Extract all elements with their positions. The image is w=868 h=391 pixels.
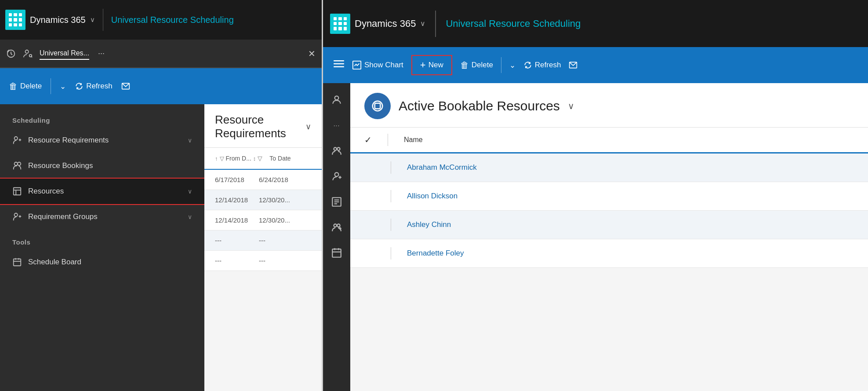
delete-icon: 🗑 (9, 81, 18, 91)
right-delete-icon: 🗑 (460, 60, 469, 70)
req-chevron: ∨ (188, 137, 192, 144)
nav-item-resource-requirements[interactable]: Resource Requirements ∨ (0, 128, 204, 153)
nav-label-bookings: Resource Bookings (28, 161, 93, 170)
col-header-to[interactable]: To Date (266, 153, 294, 164)
svg-point-3 (29, 54, 32, 56)
list-item[interactable]: Bernadette Foley (350, 239, 868, 268)
view-chevron[interactable]: ∨ (568, 101, 574, 111)
left-dropdown-icon: ⌄ (60, 82, 66, 91)
history-icon-btn[interactable] (6, 49, 16, 58)
right-refresh-icon (523, 61, 532, 69)
row-sep-0 (391, 161, 391, 174)
left-refresh-label: Refresh (86, 82, 113, 91)
view-icon-circle (364, 93, 391, 119)
right-refresh-label: Refresh (535, 61, 561, 69)
right-delete-btn[interactable]: 🗑 Delete (460, 60, 493, 70)
left-sidebar: Scheduling Resource Requirements ∨ Resou… (0, 104, 204, 391)
right-icon-sidebar: ··· (323, 83, 350, 391)
table-row[interactable]: 12/14/2018 12/30/20... (204, 190, 322, 210)
right-email-btn[interactable] (569, 61, 577, 69)
svg-point-27 (334, 147, 337, 150)
sidebar-icon-users[interactable] (326, 140, 347, 161)
nav-label-req-groups: Requirement Groups (28, 212, 98, 221)
right-d365-title[interactable]: Dynamics 365 (355, 18, 416, 29)
sidebar-icon-list[interactable] (326, 191, 347, 212)
bookings-icon (12, 161, 22, 171)
right-app-title: Universal Resource Scheduling (446, 18, 581, 29)
left-refresh-btn[interactable]: Refresh (75, 82, 113, 91)
cell-from-3: --- (211, 237, 255, 244)
left-data-area: Resource Requirements ∨ ↑ ▽ From D... ↕ … (204, 104, 322, 391)
resources-icon (12, 186, 22, 196)
list-item[interactable]: Abraham McCormick (350, 153, 868, 182)
left-secondbar: Universal Res... ··· ✕ (0, 40, 322, 68)
chart-icon (352, 60, 362, 70)
left-content: Scheduling Resource Requirements ∨ Resou… (0, 104, 322, 391)
hamburger-btn[interactable] (334, 58, 344, 72)
table-row[interactable]: 12/14/2018 12/30/20... (204, 210, 322, 230)
waffle-icon-right[interactable] (330, 14, 350, 34)
cell-to-3: --- (255, 237, 299, 244)
svg-point-37 (337, 224, 340, 227)
svg-point-36 (334, 224, 337, 227)
left-d365-title[interactable]: Dynamics 365 (30, 15, 86, 25)
new-btn[interactable]: + New (411, 55, 452, 75)
table-row[interactable]: --- --- (204, 230, 322, 251)
sidebar-icon-user[interactable] (326, 89, 347, 110)
nav-item-req-groups[interactable]: Requirement Groups ∨ (0, 204, 204, 230)
right-email-icon (569, 61, 577, 69)
right-main: ··· Active Bookab (323, 83, 868, 391)
resource-name-2[interactable]: Ashley Chinn (407, 220, 451, 229)
nav-tab-universal-res[interactable]: Universal Res... (40, 48, 89, 60)
nav-item-schedule-board[interactable]: Schedule Board (0, 249, 204, 275)
cell-from-2: 12/14/2018 (211, 216, 255, 224)
list-item[interactable]: Ashley Chinn (350, 211, 868, 239)
list-item[interactable]: Allison Dickson (350, 182, 868, 211)
user-search-icon (23, 49, 33, 58)
svg-rect-17 (14, 259, 21, 266)
show-chart-btn[interactable]: Show Chart (352, 60, 403, 70)
row-sep-1 (391, 190, 391, 202)
table-row[interactable]: 6/17/2018 6/24/2018 (204, 170, 322, 190)
right-panel: Dynamics 365 ∨ Universal Resource Schedu… (323, 0, 868, 391)
right-topbar: Dynamics 365 ∨ Universal Resource Schedu… (323, 0, 868, 47)
resource-name-0[interactable]: Abraham McCormick (407, 163, 477, 172)
table-row[interactable]: --- --- (204, 251, 322, 271)
view-title-text: Active Bookable Resources (399, 99, 560, 113)
left-dropdown-btn[interactable]: ⌄ (60, 82, 66, 91)
left-topbar: Dynamics 365 ∨ Universal Resource Schedu… (0, 0, 322, 40)
tab-more-menu[interactable]: ··· (98, 49, 105, 58)
user-search-icon-btn[interactable] (23, 49, 33, 58)
resource-name-1[interactable]: Allison Dickson (407, 192, 458, 201)
left-delete-btn[interactable]: 🗑 Delete (9, 81, 42, 91)
waffle-icon-left[interactable] (5, 10, 25, 30)
sidebar-icon-calendar[interactable] (326, 242, 347, 263)
check-icon[interactable]: ✓ (364, 135, 372, 145)
sidebar-icon-dots[interactable]: ··· (326, 115, 347, 136)
left-table-body: 6/17/2018 6/24/2018 12/14/2018 12/30/20.… (204, 170, 322, 391)
email-icon (121, 82, 130, 91)
left-content-title-text: Resource Requirements (215, 113, 302, 140)
left-toolbar: 🗑 Delete ⌄ Refresh (0, 68, 322, 104)
history-icon (6, 49, 16, 58)
left-email-btn[interactable] (121, 82, 130, 91)
tab-close-btn[interactable]: ✕ (308, 48, 316, 59)
sidebar-icon-users2[interactable] (326, 217, 347, 238)
col-header-from[interactable]: ↑ ▽ From D... ↕ ▽ (211, 153, 266, 164)
nav-item-resources[interactable]: Resources ∨ (0, 179, 204, 204)
content-title-chevron[interactable]: ∨ (305, 122, 311, 132)
svg-point-9 (15, 162, 18, 165)
nav-item-resource-bookings[interactable]: Resource Bookings (0, 153, 204, 179)
right-d365-chevron[interactable]: ∨ (420, 19, 425, 28)
resource-name-3[interactable]: Bernadette Foley (407, 249, 464, 258)
sort-up-icon: ↑ (215, 155, 218, 162)
view-main-icon (371, 99, 384, 113)
left-d365-chevron[interactable]: ∨ (90, 16, 95, 24)
refresh-icon (75, 82, 84, 91)
resources-table: ✓ Name Abraham McCormick Allison Dickson (350, 128, 868, 391)
col-to-label: To Date (269, 155, 291, 162)
scheduling-section-title: Scheduling (0, 117, 204, 128)
right-dropdown-btn[interactable]: ⌄ (509, 61, 516, 70)
sidebar-icon-user2[interactable] (326, 166, 347, 187)
right-refresh-btn[interactable]: Refresh (523, 61, 561, 69)
